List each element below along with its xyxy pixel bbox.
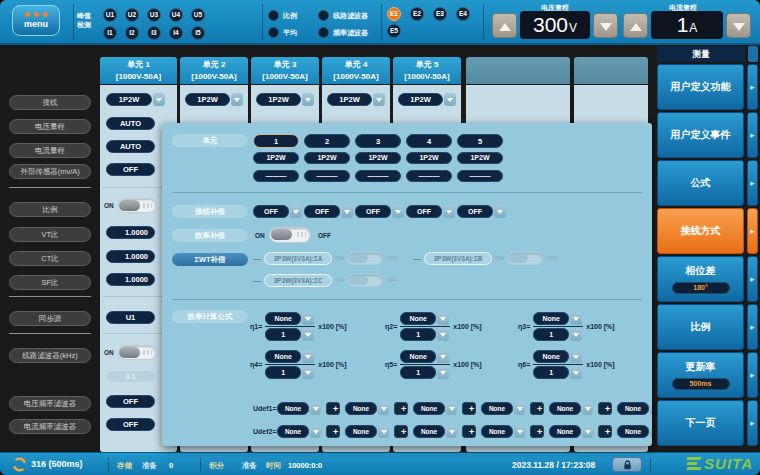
dropdown-arrow-icon[interactable]	[582, 402, 593, 415]
sigma-wiring-name[interactable]: 3P3W(3V3A):ΣA	[264, 252, 332, 265]
plus-button[interactable]: +	[598, 402, 612, 415]
unit-wiring-select[interactable]: 1P2W	[327, 93, 385, 106]
dropdown-arrow-icon[interactable]	[650, 425, 652, 438]
udef-term-select[interactable]: None	[413, 425, 457, 438]
unit-pattern-value[interactable]: ———	[355, 170, 401, 182]
right-menu-expand-button[interactable]: ▶	[747, 400, 758, 446]
numerator-select[interactable]: None	[265, 312, 315, 325]
unit-number-button[interactable]: 5	[457, 134, 503, 148]
right-menu-expand-button[interactable]: ▶	[747, 304, 758, 350]
right-menu-button[interactable]: 下一页	[657, 400, 744, 446]
unit1-volt-freq-filter-value[interactable]: OFF	[106, 395, 155, 408]
dropdown-arrow-icon[interactable]	[446, 402, 457, 415]
plus-button[interactable]: +	[598, 425, 612, 438]
right-menu-expand-button[interactable]: ▶	[747, 256, 758, 302]
plus-button[interactable]: +	[326, 402, 340, 415]
denominator-select[interactable]: 1	[265, 366, 315, 379]
dropdown-arrow-icon[interactable]	[302, 328, 314, 341]
unit1-voltage-range-value[interactable]: AUTO	[106, 117, 155, 130]
right-menu-expand-button[interactable]: ▶	[747, 160, 758, 206]
unit1-ext-sensor-value[interactable]: OFF	[106, 163, 155, 176]
unit1-current-range-value[interactable]: AUTO	[106, 140, 155, 153]
unit-number-button[interactable]: 2	[304, 134, 350, 148]
unit-wiring-select[interactable]: 1P2W	[256, 93, 314, 106]
unit-pattern-value[interactable]: ———	[406, 170, 452, 182]
udef-term-select[interactable]: None	[481, 425, 525, 438]
current-range-up-button[interactable]	[623, 13, 648, 38]
right-menu-button[interactable]: 更新率 500ms	[657, 352, 744, 398]
efficiency-comp-toggle[interactable]	[269, 227, 311, 243]
unit-wiring-value[interactable]: 1P2W	[406, 152, 452, 164]
wiring-comp-select[interactable]: OFF	[253, 205, 302, 218]
dropdown-arrow-icon[interactable]	[341, 205, 353, 218]
lock-button[interactable]	[612, 457, 642, 472]
sigma-toggle[interactable]	[347, 274, 383, 287]
unit-pattern-value[interactable]: ———	[304, 170, 350, 182]
right-menu-button[interactable]: 用户定义事件	[657, 112, 744, 158]
unit-number-button[interactable]: 4	[406, 134, 452, 148]
plus-button[interactable]: +	[394, 425, 408, 438]
dropdown-arrow-icon[interactable]	[437, 328, 449, 341]
plus-button[interactable]: +	[462, 402, 476, 415]
dropdown-arrow-icon[interactable]	[446, 425, 457, 438]
unit-wiring-select[interactable]: 1P2W	[398, 93, 456, 106]
unit1-ratio-toggle[interactable]	[117, 198, 157, 213]
unit1-line-filter-toggle[interactable]	[117, 345, 157, 360]
sigma-wiring-name[interactable]: 3P3W(3V3A):ΣB	[424, 252, 492, 265]
dropdown-arrow-icon[interactable]	[443, 205, 455, 218]
dropdown-arrow-icon[interactable]	[378, 425, 389, 438]
denominator-select[interactable]: 1	[400, 328, 450, 341]
sigma-toggle[interactable]	[507, 252, 543, 265]
wiring-comp-select[interactable]: OFF	[355, 205, 404, 218]
plus-button[interactable]: +	[530, 402, 544, 415]
unit1-curr-freq-filter-value[interactable]: OFF	[106, 418, 155, 431]
dropdown-arrow-icon[interactable]	[302, 93, 314, 106]
plus-button[interactable]: +	[394, 402, 408, 415]
denominator-select[interactable]: 1	[400, 366, 450, 379]
dropdown-arrow-icon[interactable]	[582, 425, 593, 438]
plus-button[interactable]: +	[462, 425, 476, 438]
plus-button[interactable]: +	[530, 425, 544, 438]
dropdown-arrow-icon[interactable]	[302, 350, 314, 363]
udef-term-select[interactable]: None	[617, 402, 652, 415]
dropdown-arrow-icon[interactable]	[310, 425, 321, 438]
right-menu-button[interactable]: 用户定义功能	[657, 64, 744, 110]
dropdown-arrow-icon[interactable]	[392, 205, 404, 218]
unit-wiring-value[interactable]: 1P2W	[253, 152, 299, 164]
menu-button[interactable]: menu	[12, 5, 60, 36]
right-menu-button[interactable]: 公式	[657, 160, 744, 206]
udef-term-select[interactable]: None	[549, 402, 593, 415]
dropdown-arrow-icon[interactable]	[153, 93, 165, 106]
numerator-select[interactable]: None	[265, 350, 315, 363]
wiring-comp-select[interactable]: OFF	[406, 205, 455, 218]
dropdown-arrow-icon[interactable]	[310, 402, 321, 415]
udef-term-select[interactable]: None	[481, 402, 525, 415]
right-menu-expand-button[interactable]: ▶	[747, 112, 758, 158]
dropdown-arrow-icon[interactable]	[378, 402, 389, 415]
dropdown-arrow-icon[interactable]	[437, 350, 449, 363]
unit-wiring-value[interactable]: 1P2W	[457, 152, 503, 164]
dropdown-arrow-icon[interactable]	[514, 425, 525, 438]
dropdown-arrow-icon[interactable]	[437, 366, 449, 379]
udef-term-select[interactable]: None	[277, 402, 321, 415]
dropdown-arrow-icon[interactable]	[570, 312, 582, 325]
voltage-range-value[interactable]: 300V	[520, 11, 590, 39]
numerator-select[interactable]: None	[533, 350, 583, 363]
denominator-select[interactable]: 1	[265, 328, 315, 341]
unit-pattern-value[interactable]: ———	[253, 170, 299, 182]
udef-term-select[interactable]: None	[413, 402, 457, 415]
udef-term-select[interactable]: None	[345, 402, 389, 415]
numerator-select[interactable]: None	[533, 312, 583, 325]
dropdown-arrow-icon[interactable]	[231, 93, 243, 106]
udef-term-select[interactable]: None	[345, 425, 389, 438]
wiring-comp-select[interactable]: OFF	[457, 205, 506, 218]
right-menu-button[interactable]: 接线方式	[657, 208, 744, 254]
numerator-select[interactable]: None	[400, 312, 450, 325]
voltage-range-up-button[interactable]	[492, 13, 517, 38]
dropdown-arrow-icon[interactable]	[570, 328, 582, 341]
right-menu-expand-button[interactable]: ▶	[747, 352, 758, 398]
dropdown-arrow-icon[interactable]	[302, 366, 314, 379]
udef-term-select[interactable]: None	[277, 425, 321, 438]
wiring-comp-select[interactable]: OFF	[304, 205, 353, 218]
numerator-select[interactable]: None	[400, 350, 450, 363]
